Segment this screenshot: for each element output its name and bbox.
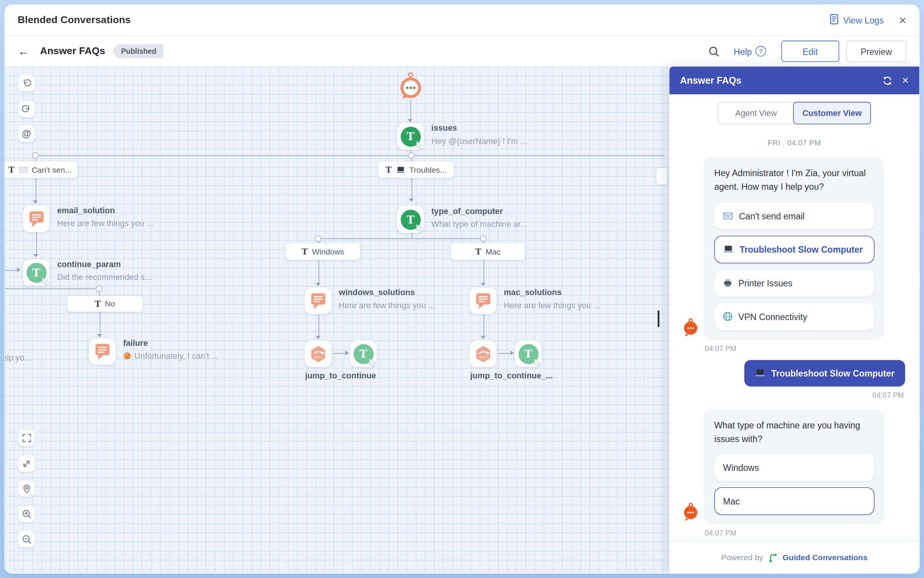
bot-message-text: Hey Administrator ! I'm Zia, your virtua… xyxy=(714,166,874,193)
node-label: email_solution xyxy=(57,206,153,215)
connector-line xyxy=(411,178,412,199)
text-cursor xyxy=(658,310,660,327)
timestamp: 04:07 PM xyxy=(669,391,904,399)
node-subtitle: Hey @{userName} ! I'm ... xyxy=(431,136,527,145)
search-icon[interactable] xyxy=(708,46,720,57)
node-label: mac_solutions xyxy=(504,287,600,297)
close-icon[interactable]: × xyxy=(899,14,906,26)
branch-no[interactable]: T No xyxy=(67,296,143,312)
fullscreen-button[interactable] xyxy=(18,430,35,446)
node-type-of-computer[interactable]: T type_of_computer What type of machine … xyxy=(397,206,527,232)
node-continue-param[interactable]: T continue_param Did the recommended s..… xyxy=(23,259,152,286)
jump-node-icon[interactable] xyxy=(470,341,496,367)
node-mac-solutions[interactable]: mac_solutions Here are few things you ..… xyxy=(470,287,600,314)
connector-line xyxy=(498,353,511,354)
node-failure[interactable]: failure Unfortunately, I can't ... xyxy=(89,338,219,365)
chat-option-printer-issues[interactable]: Printer Issues xyxy=(714,269,874,297)
node-label: failure xyxy=(123,338,218,348)
guided-conversations-icon xyxy=(768,552,778,562)
connector-line xyxy=(318,260,319,283)
chat-option-cant-send-email[interactable]: Can't send email xyxy=(714,202,874,229)
preview-button[interactable]: Preview xyxy=(846,41,906,62)
branch-troubleshoot[interactable]: T Troubles... xyxy=(378,161,454,178)
connector-line xyxy=(5,270,18,270)
node-windows-solutions[interactable]: windows_solutions Here are few things yo… xyxy=(305,287,436,314)
mention-button[interactable]: @ xyxy=(18,125,35,142)
user-message-bubble[interactable]: Troubleshoot Slow Computer xyxy=(744,360,905,386)
connector-line xyxy=(411,158,412,161)
app-header: Blended Conversations View Logs × xyxy=(5,5,919,36)
jump-hexagon-icon xyxy=(309,344,327,363)
connector-line xyxy=(483,260,484,283)
clipped-node-text: elp yo... xyxy=(5,353,31,362)
chat-option-vpn-connectivity[interactable]: VPN Connectivity xyxy=(714,303,874,330)
tab-customer-view[interactable]: Customer View xyxy=(793,102,871,124)
undo-button[interactable] xyxy=(18,75,35,92)
bot-message: Hey Administrator ! I'm Zia, your virtua… xyxy=(704,157,884,340)
laptop-icon xyxy=(396,166,405,174)
edit-button[interactable]: Edit xyxy=(781,41,839,62)
view-logs-button[interactable]: View Logs xyxy=(829,14,884,26)
connector-line xyxy=(35,158,36,161)
connector-line xyxy=(35,178,36,201)
timestamp: 04:07 PM xyxy=(705,344,919,352)
zoom-in-button[interactable] xyxy=(18,506,35,522)
hand-pointer-icon xyxy=(41,277,49,286)
chat-transcript[interactable]: FRI . 04:07 PM Hey Administrator ! I'm Z… xyxy=(669,130,919,541)
jump-target-icon[interactable]: T xyxy=(515,341,541,367)
laptop-icon xyxy=(723,245,734,253)
app-title: Blended Conversations xyxy=(18,14,131,26)
locate-node-button[interactable] xyxy=(18,480,35,497)
redo-button[interactable] xyxy=(18,101,35,117)
restart-icon[interactable] xyxy=(882,75,893,86)
chat-option-mac[interactable]: Mac xyxy=(714,487,874,515)
clipped-node[interactable] xyxy=(657,168,667,185)
zia-avatar xyxy=(682,502,699,523)
status-badge: Published xyxy=(112,44,164,58)
node-label: continue_param xyxy=(57,259,151,268)
connector-line xyxy=(5,288,99,289)
node-subtitle: Did the recommended s... xyxy=(57,272,151,282)
branch-mac[interactable]: T Mac xyxy=(451,243,525,260)
node-email-solution[interactable]: email_solution Here are few things you .… xyxy=(23,206,154,232)
message-icon xyxy=(23,206,50,232)
panel-close-icon[interactable]: × xyxy=(902,75,908,86)
help-link[interactable]: Help ? xyxy=(734,46,766,57)
connector-line xyxy=(483,314,484,336)
jump-node-icon[interactable] xyxy=(305,341,331,367)
printer-icon xyxy=(723,278,733,287)
globe-icon xyxy=(723,312,733,321)
node-subtitle: Here are few things you ... xyxy=(57,219,153,228)
flow-title: Answer FAQs xyxy=(40,45,105,57)
flow-toolbar: ← Answer FAQs Published Help ? Edit Prev… xyxy=(5,36,919,67)
message-icon xyxy=(305,287,331,314)
hand-pointer-icon xyxy=(415,224,423,232)
back-arrow-icon[interactable]: ← xyxy=(18,44,29,58)
fit-view-button[interactable] xyxy=(18,455,35,472)
branch-windows[interactable]: T Windows xyxy=(286,243,360,260)
branch-cant-send-email[interactable]: T Can't sen... xyxy=(5,161,78,178)
node-label: jump_to_continue_... xyxy=(452,370,570,380)
preview-panel-header: Answer FAQs × xyxy=(669,67,919,94)
message-icon xyxy=(89,338,115,365)
at-icon: @ xyxy=(22,128,31,139)
connector-line xyxy=(100,312,101,335)
button-message-icon: T xyxy=(397,123,424,149)
node-issues[interactable]: T issues Hey @{userName} ! I'm ... xyxy=(397,123,527,149)
connector-line xyxy=(411,232,412,238)
hand-pointer-icon xyxy=(368,358,376,367)
chat-option-troubleshoot[interactable]: Troubleshoot Slow Computer xyxy=(714,235,874,263)
tab-agent-view[interactable]: Agent View xyxy=(718,102,794,124)
jump-hexagon-icon xyxy=(473,344,492,363)
node-subtitle: Here are few things you ... xyxy=(339,300,435,310)
bot-start-node[interactable] xyxy=(399,71,423,102)
zia-avatar xyxy=(682,317,699,339)
guided-conversations-link[interactable]: Guided Conversations xyxy=(783,553,867,562)
node-subtitle: What type of machine ar... xyxy=(431,219,527,229)
chat-option-windows[interactable]: Windows xyxy=(714,454,874,481)
connector-line xyxy=(36,232,37,255)
flow-canvas[interactable]: @ xyxy=(5,67,669,573)
view-toggle: Agent View Customer View xyxy=(669,94,919,130)
zoom-out-button[interactable] xyxy=(18,531,35,548)
jump-target-icon[interactable]: T xyxy=(350,341,376,367)
